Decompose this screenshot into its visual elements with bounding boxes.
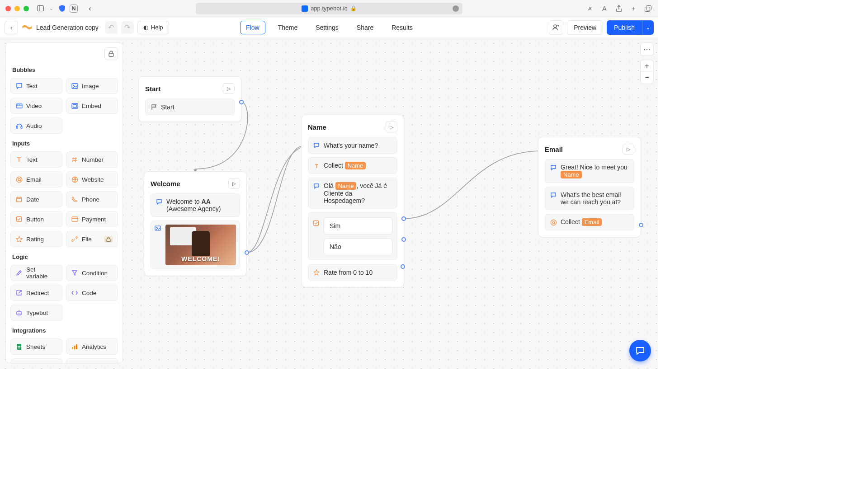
- svg-rect-27: [17, 311, 21, 315]
- port-email-out[interactable]: [639, 223, 643, 227]
- node-welcome[interactable]: Welcome ▷ Welcome to AA (Awesome Agency): [144, 171, 247, 276]
- close-window-icon[interactable]: [5, 6, 11, 11]
- back-button[interactable]: ‹: [5, 21, 18, 34]
- run-node-button[interactable]: ▷: [623, 144, 634, 155]
- variable-tag: Name: [345, 162, 366, 169]
- canvas-menu-button[interactable]: ⋯: [640, 42, 654, 56]
- help-button[interactable]: ◐Help: [137, 21, 169, 34]
- step-start[interactable]: Start: [145, 99, 235, 115]
- block-video[interactable]: Video: [10, 98, 62, 114]
- block-date[interactable]: Date: [10, 191, 62, 207]
- port-rate-out[interactable]: [401, 264, 405, 269]
- svg-point-16: [16, 177, 22, 182]
- publish-button[interactable]: Publish: [607, 20, 642, 35]
- step-welcome-image[interactable]: [151, 221, 240, 269]
- project-title[interactable]: Lead Generation copy: [36, 24, 99, 31]
- svg-rect-13: [73, 104, 76, 107]
- chevron-down-icon[interactable]: ⌄: [48, 4, 54, 14]
- block-email[interactable]: Email: [10, 171, 62, 188]
- svg-rect-19: [17, 197, 22, 202]
- page-settings-icon[interactable]: [453, 5, 459, 12]
- block-number[interactable]: Number: [66, 151, 118, 168]
- option-sim[interactable]: Sim: [324, 217, 392, 235]
- address-bar[interactable]: app.typebot.io 🔒: [196, 3, 462, 14]
- new-tab-icon[interactable]: +: [628, 4, 638, 14]
- step-ask-email[interactable]: What's the best email we can reach you a…: [545, 187, 634, 210]
- node-email[interactable]: Email ▷ Great! Nice to meet you Name Wha…: [538, 137, 641, 237]
- svg-rect-14: [16, 127, 18, 128]
- support-fab[interactable]: [629, 340, 651, 361]
- minimize-window-icon[interactable]: [14, 6, 20, 11]
- block-payment[interactable]: Payment: [66, 211, 118, 227]
- tab-settings[interactable]: Settings: [310, 21, 344, 34]
- code-icon: [71, 289, 78, 296]
- block-button[interactable]: Button: [10, 211, 62, 227]
- port-start-out[interactable]: [239, 100, 244, 104]
- svg-point-7: [73, 84, 74, 86]
- block-image[interactable]: Image: [66, 78, 118, 94]
- svg-point-4: [554, 25, 557, 28]
- block-rating[interactable]: Rating: [10, 231, 62, 247]
- run-node-button[interactable]: ▷: [386, 122, 397, 132]
- block-phone[interactable]: Phone: [66, 191, 118, 207]
- share-icon[interactable]: [614, 4, 624, 14]
- zoom-in-button[interactable]: +: [641, 60, 653, 72]
- redo-button[interactable]: ↷: [121, 21, 134, 34]
- notion-icon[interactable]: N: [70, 5, 78, 13]
- option-nao[interactable]: Não: [324, 238, 392, 255]
- zoom-controls: + −: [640, 60, 654, 84]
- shield-icon[interactable]: [57, 4, 67, 14]
- block-text[interactable]: Text: [10, 78, 62, 94]
- text-size-small-icon[interactable]: A: [585, 4, 595, 14]
- step-welcome-text[interactable]: Welcome to AA (Awesome Agency): [151, 193, 240, 217]
- block-set-variable[interactable]: Set variable: [10, 265, 62, 281]
- step-ask-client[interactable]: Olá Name, você Já é Cliente da Hospedage…: [308, 178, 397, 209]
- run-node-button[interactable]: ▷: [223, 83, 235, 94]
- step-buttons[interactable]: Sim Não: [308, 212, 397, 260]
- block-sheets[interactable]: Sheets: [10, 338, 62, 355]
- tab-share[interactable]: Share: [351, 21, 379, 34]
- step-rate[interactable]: Rate from 0 to 10: [308, 264, 397, 281]
- block-int-email[interactable]: Email: [66, 358, 118, 363]
- port-welcome-out[interactable]: [245, 250, 249, 255]
- tab-flow[interactable]: Flow: [240, 21, 265, 34]
- section-logic: Logic: [12, 253, 118, 260]
- step-collect-email[interactable]: Collect Email: [545, 214, 634, 230]
- svg-rect-36: [74, 346, 75, 349]
- block-code[interactable]: Code: [66, 285, 118, 301]
- port-nao-out[interactable]: [401, 237, 406, 242]
- block-webhook[interactable]: Webhook: [10, 358, 62, 363]
- external-link-icon: [15, 289, 23, 296]
- block-input-text[interactable]: Text: [10, 151, 62, 168]
- webhook-icon: [15, 363, 23, 363]
- block-website[interactable]: Website: [66, 171, 118, 188]
- preview-button[interactable]: Preview: [567, 20, 603, 35]
- block-typebot[interactable]: Typebot: [10, 305, 62, 321]
- undo-button[interactable]: ↶: [105, 21, 118, 34]
- collaborators-button[interactable]: [549, 20, 563, 35]
- zoom-out-button[interactable]: −: [641, 72, 653, 84]
- run-node-button[interactable]: ▷: [228, 178, 240, 189]
- block-analytics[interactable]: Analytics: [66, 338, 118, 355]
- node-start[interactable]: Start ▷ Start: [138, 76, 241, 122]
- back-icon[interactable]: ‹: [85, 4, 95, 14]
- sidebar-toggle-icon[interactable]: [35, 4, 45, 14]
- tab-theme[interactable]: Theme: [273, 21, 303, 34]
- send-icon: [71, 363, 78, 363]
- block-file[interactable]: File: [66, 231, 118, 247]
- text-size-large-icon[interactable]: A: [599, 4, 609, 14]
- block-condition[interactable]: Condition: [66, 265, 118, 281]
- port-sim-out[interactable]: [401, 216, 406, 221]
- step-greet[interactable]: Great! Nice to meet you Name: [545, 159, 634, 183]
- step-ask-name[interactable]: What's your name?: [308, 137, 397, 154]
- tab-results[interactable]: Results: [386, 21, 418, 34]
- block-audio[interactable]: Audio: [10, 117, 62, 134]
- lock-sidebar-button[interactable]: [104, 47, 118, 60]
- block-redirect[interactable]: Redirect: [10, 285, 62, 301]
- node-name[interactable]: Name ▷ What's your name? Collect Name Ol…: [301, 115, 404, 287]
- step-collect-name[interactable]: Collect Name: [308, 157, 397, 174]
- tabs-overview-icon[interactable]: [643, 4, 653, 14]
- publish-dropdown[interactable]: ⌄: [642, 20, 654, 35]
- block-embed[interactable]: Embed: [66, 98, 118, 114]
- fullscreen-window-icon[interactable]: [24, 6, 29, 11]
